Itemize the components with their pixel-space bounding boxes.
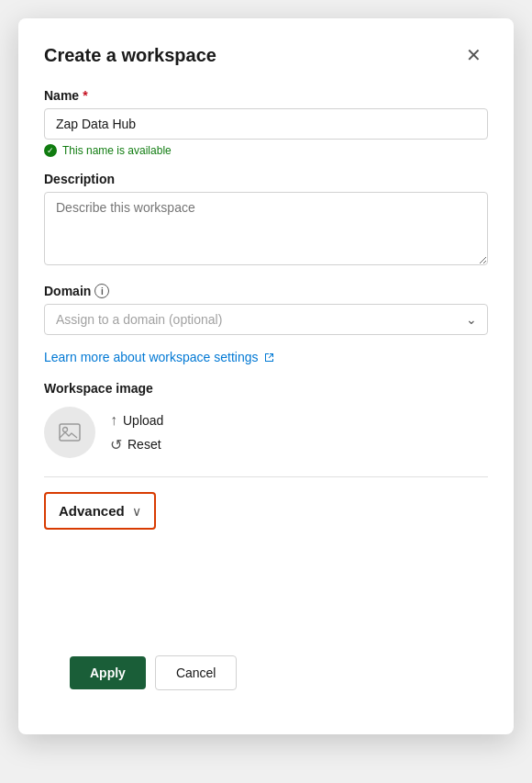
description-input[interactable]: [44, 192, 488, 265]
name-input[interactable]: [44, 108, 488, 140]
close-icon: ✕: [466, 44, 482, 66]
domain-label: Domain i: [44, 284, 488, 298]
workspace-image-label: Workspace image: [44, 381, 488, 396]
advanced-label: Advanced: [59, 503, 125, 519]
modal-overlay: Create a workspace ✕ Name * This name is…: [0, 0, 532, 783]
apply-button[interactable]: Apply: [70, 656, 146, 689]
modal-dialog: Create a workspace ✕ Name * This name is…: [18, 18, 514, 734]
svg-point-1: [63, 428, 68, 432]
reset-button[interactable]: ↺ Reset: [110, 436, 163, 453]
required-star: *: [83, 88, 87, 103]
workspace-image-row: ↑ Upload ↺ Reset: [44, 407, 488, 458]
description-field-group: Description: [44, 172, 488, 269]
domain-info-icon: i: [94, 284, 109, 298]
modal-body: Name * This name is available Descriptio…: [44, 88, 488, 712]
name-field-group: Name * This name is available: [44, 88, 488, 157]
upload-icon: ↑: [110, 412, 117, 429]
availability-message: This name is available: [44, 144, 488, 157]
modal-title: Create a workspace: [44, 45, 216, 66]
domain-select-wrapper: Assign to a domain (optional) ⌄: [44, 304, 488, 335]
advanced-section[interactable]: Advanced ∨: [44, 492, 156, 530]
description-label: Description: [44, 172, 488, 186]
learn-more-link[interactable]: Learn more about workspace settings: [44, 350, 488, 364]
workspace-image-section: Workspace image ↑ Upload: [44, 381, 488, 458]
domain-select[interactable]: Assign to a domain (optional): [44, 304, 488, 335]
modal-footer: Apply Cancel: [70, 641, 237, 690]
reset-icon: ↺: [110, 436, 122, 453]
section-divider: [44, 476, 488, 477]
name-label: Name *: [44, 88, 488, 103]
workspace-image-placeholder: [44, 407, 95, 458]
advanced-chevron-icon: ∨: [132, 504, 141, 519]
cancel-button[interactable]: Cancel: [155, 655, 238, 690]
domain-field-group: Domain i Assign to a domain (optional) ⌄: [44, 284, 488, 335]
image-actions: ↑ Upload ↺ Reset: [110, 412, 163, 453]
image-icon: [57, 419, 83, 445]
modal-header: Create a workspace ✕: [44, 40, 488, 70]
upload-button[interactable]: ↑ Upload: [110, 412, 163, 429]
external-link-icon: [262, 351, 275, 364]
close-button[interactable]: ✕: [459, 40, 488, 70]
available-check-icon: [44, 144, 57, 157]
